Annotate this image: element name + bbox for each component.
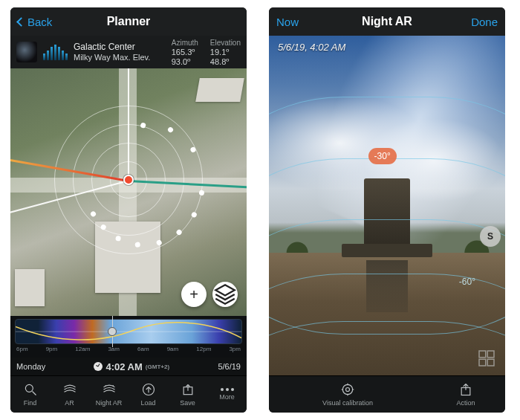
timeline-band bbox=[15, 319, 242, 344]
svg-point-5 bbox=[342, 384, 352, 394]
chevron-left-icon bbox=[16, 17, 26, 27]
azimuth-value-1: 165.3º bbox=[172, 48, 198, 56]
altitude-badge: -30° bbox=[368, 148, 397, 164]
tab-ar[interactable]: AR bbox=[50, 376, 89, 413]
layers-button[interactable] bbox=[212, 282, 238, 307]
south-compass-badge: S bbox=[480, 226, 501, 247]
back-button[interactable]: Back bbox=[18, 16, 62, 28]
nav-title: Planner bbox=[107, 15, 151, 28]
sun-elevation-curve bbox=[16, 320, 241, 343]
done-button[interactable]: Done bbox=[453, 16, 498, 28]
tab-load[interactable]: Load bbox=[129, 376, 168, 413]
load-icon bbox=[141, 382, 156, 397]
tab-bar: Find AR Night AR Load Save More bbox=[10, 375, 247, 413]
add-button[interactable]: + bbox=[181, 282, 207, 307]
tab-more[interactable]: More bbox=[207, 376, 247, 413]
night-ar-icon bbox=[102, 382, 117, 397]
ar-viewport[interactable]: 5/6/19, 4:02 AM -30° S -60° bbox=[269, 36, 505, 375]
altitude-label: -60° bbox=[459, 277, 475, 287]
date-value: 5/6/19 bbox=[218, 362, 241, 371]
weekday-label: Monday bbox=[16, 362, 45, 371]
planner-screen: Back Planner Galactic Center Milky Way M… bbox=[10, 7, 247, 413]
tab-night-ar[interactable]: Night AR bbox=[89, 376, 129, 413]
photopills-logo-icon bbox=[475, 347, 498, 369]
share-icon bbox=[458, 382, 473, 397]
time-display[interactable]: 4:02 AM (GMT+2) bbox=[94, 361, 169, 372]
nav-title: Night AR bbox=[362, 15, 412, 28]
azimuth-header: Azimuth bbox=[172, 39, 198, 47]
more-icon bbox=[221, 388, 234, 391]
timezone-label: (GMT+2) bbox=[146, 364, 169, 370]
ar-timestamp: 5/6/19, 4:02 AM bbox=[278, 42, 345, 53]
plus-icon: + bbox=[189, 286, 198, 303]
azimuth-elevation-grid: Azimuth Elevation 165.3º 19.1º 93.0º 48.… bbox=[172, 39, 241, 66]
calibration-icon bbox=[340, 382, 355, 397]
back-label: Back bbox=[27, 16, 52, 28]
timeline-handle[interactable] bbox=[107, 317, 117, 346]
timeline-ticks: 6pm9pm 12am3am 6am9am 12pm3pm bbox=[15, 344, 242, 352]
tab-bar: Visual calibration Action bbox=[269, 375, 505, 413]
object-thumbnail bbox=[16, 42, 37, 62]
date-bar[interactable]: Monday 4:02 AM (GMT+2) 5/6/19 bbox=[10, 358, 247, 375]
night-ar-screen: Now Night AR Done 5/6/19, 4:02 AM -30° S… bbox=[269, 7, 505, 413]
clock-icon bbox=[94, 362, 103, 371]
tab-find[interactable]: Find bbox=[10, 376, 50, 413]
nav-bar: Now Night AR Done bbox=[269, 7, 505, 36]
planner-map[interactable]: + bbox=[10, 68, 247, 316]
time-value: 4:02 AM bbox=[105, 361, 142, 372]
timeline[interactable]: 6pm9pm 12am3am 6am9am 12pm3pm bbox=[10, 316, 247, 358]
nav-bar: Back Planner bbox=[10, 7, 247, 36]
north-line bbox=[128, 68, 129, 180]
object-name: Galactic Center bbox=[74, 42, 166, 53]
svg-line-2 bbox=[32, 392, 36, 395]
tab-save[interactable]: Save bbox=[168, 376, 207, 413]
object-subtitle: Milky Way Max. Elev. bbox=[74, 53, 166, 63]
save-icon bbox=[181, 382, 195, 397]
azimuth-value-2: 93.0º bbox=[172, 57, 198, 66]
layers-icon bbox=[212, 282, 238, 307]
svg-point-1 bbox=[25, 384, 33, 392]
elevation-value-2: 48.8º bbox=[210, 57, 241, 66]
map-pin[interactable] bbox=[123, 175, 134, 185]
svg-point-6 bbox=[346, 388, 350, 392]
object-names: Galactic Center Milky Way Max. Elev. bbox=[74, 42, 166, 63]
search-icon bbox=[23, 382, 38, 397]
elevation-header: Elevation bbox=[210, 39, 241, 47]
altitude-arc bbox=[269, 321, 505, 375]
tab-action[interactable]: Action bbox=[426, 376, 505, 413]
elevation-value-1: 19.1º bbox=[210, 48, 241, 56]
info-strip[interactable]: Galactic Center Milky Way Max. Elev. Azi… bbox=[10, 36, 247, 68]
ar-icon bbox=[62, 382, 77, 397]
now-button[interactable]: Now bbox=[276, 16, 321, 28]
tab-visual-calibration[interactable]: Visual calibration bbox=[269, 376, 426, 413]
elevation-bars-icon bbox=[43, 44, 68, 60]
